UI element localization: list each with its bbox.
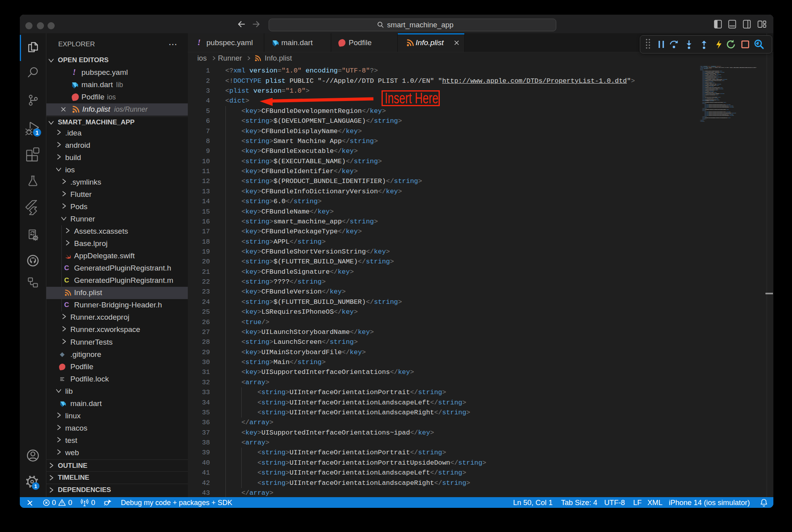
svg-text:1: 1: [34, 483, 37, 489]
svg-text:1: 1: [35, 129, 38, 135]
